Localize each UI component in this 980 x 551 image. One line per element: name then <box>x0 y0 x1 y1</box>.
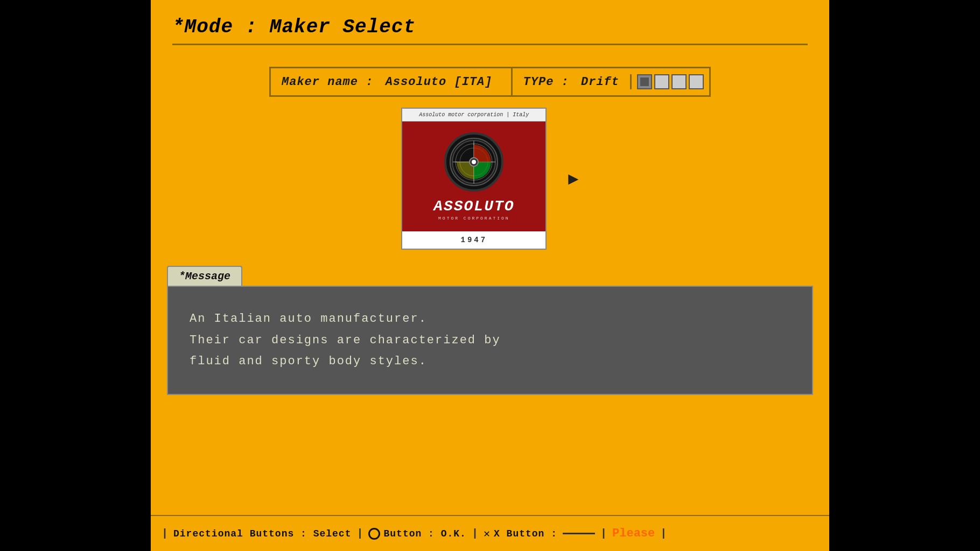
message-container: *Message An Italian auto manufacturer. T… <box>167 266 813 515</box>
type-value: Drift <box>581 75 619 89</box>
diff-icon-4 <box>689 74 704 89</box>
card-brand-name: ASSOLUTO <box>433 198 514 215</box>
difficulty-icons <box>630 74 709 89</box>
directional-buttons-label: Directional Buttons : Select <box>173 528 351 539</box>
card-header-text: Assoluto motor corporation | Italy <box>402 109 545 122</box>
brand-emblem <box>444 132 503 192</box>
svg-point-7 <box>472 160 476 164</box>
sep-5: | <box>660 527 667 540</box>
diff-icon-3 <box>671 74 687 89</box>
emblem-inner <box>450 138 498 186</box>
maker-name: Maker name : Assoluto [ITA] <box>271 70 511 94</box>
bottom-bar: | Directional Buttons : Select | Button … <box>151 515 829 551</box>
header-divider <box>172 44 808 45</box>
sep-3: | <box>472 527 478 540</box>
maker-card: Assoluto motor corporation | Italy <box>401 108 547 250</box>
sep-4: | <box>600 527 607 540</box>
card-area: Assoluto motor corporation | Italy <box>151 108 829 250</box>
type-label: TYPe : <box>523 75 569 89</box>
x-button-label: ✕ X Button : <box>484 527 595 540</box>
x-dash <box>563 533 595 534</box>
message-line-3: fluid and sporty body styles. <box>190 351 790 372</box>
message-line-1: An Italian auto manufacturer. <box>190 308 790 330</box>
maker-name-label: Maker name : <box>282 75 373 89</box>
x-button-icon: ✕ <box>484 527 491 540</box>
diff-icon-2 <box>654 74 669 89</box>
sep-2: | <box>356 527 363 540</box>
message-text: An Italian auto manufacturer. Their car … <box>190 308 790 372</box>
maker-info-bar: Maker name : Assoluto [ITA] TYPe : Drift <box>269 67 711 97</box>
message-tab: *Message <box>167 266 242 286</box>
next-arrow[interactable]: ▶ <box>568 168 578 189</box>
card-sub-text: MOTOR CORPORATION <box>438 216 510 221</box>
type-section: TYPe : Drift <box>513 70 630 94</box>
circle-button-icon <box>368 528 380 540</box>
maker-name-value: Assoluto [ITA] <box>386 75 493 89</box>
please-text: Please <box>612 527 655 540</box>
sep-1: | <box>162 527 168 540</box>
card-logo-area: ASSOLUTO MOTOR CORPORATION <box>402 122 545 231</box>
o-button-label: Button : O.K. <box>368 528 466 540</box>
mode-title: *Mode : Maker Select <box>172 16 808 38</box>
header: *Mode : Maker Select <box>151 0 829 51</box>
card-year: 1947 <box>457 231 492 249</box>
message-line-2: Their car designs are characterized by <box>190 330 790 351</box>
message-box: An Italian auto manufacturer. Their car … <box>167 286 813 395</box>
diff-icon-1 <box>637 74 652 89</box>
svg-rect-0 <box>640 77 649 86</box>
